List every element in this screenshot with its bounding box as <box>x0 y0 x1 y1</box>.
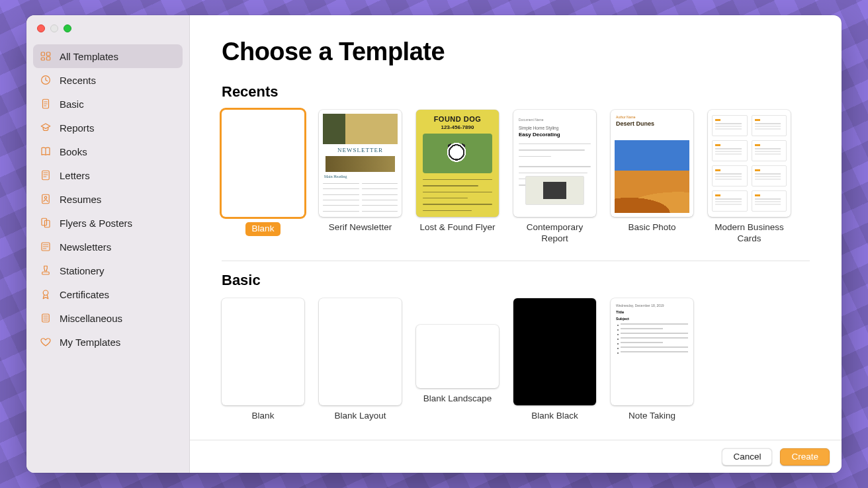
sidebar-item-label: Miscellaneous <box>60 313 122 324</box>
template-basic-photo[interactable]: Author NameDesert DunesBasic Photo <box>611 110 693 245</box>
template-blank[interactable]: Blank <box>222 110 304 245</box>
sidebar-item-my-templates[interactable]: My Templates <box>33 330 183 354</box>
template-label: Lost & Found Flyer <box>419 222 495 233</box>
svg-rect-9 <box>42 218 47 225</box>
sidebar-item-label: Recents <box>60 75 96 86</box>
template-contemporary-report[interactable]: Document NameSimple Home StylingEasy Dec… <box>513 110 596 245</box>
sidebar-item-label: Basic <box>60 99 84 110</box>
sidebar-item-all-templates[interactable]: All Templates <box>33 44 183 68</box>
template-label: Basic Photo <box>628 222 675 233</box>
template-blank-black[interactable]: Blank Black <box>513 298 596 422</box>
template-blank[interactable]: Blank <box>222 298 304 422</box>
content-scroll[interactable]: Choose a Template Recents BlankNEWSLETTE… <box>190 15 842 440</box>
template-blank-layout[interactable]: Blank Layout <box>319 298 402 422</box>
sidebar-item-stationery[interactable]: Stationery <box>33 259 183 282</box>
letter-icon <box>40 169 52 181</box>
svg-rect-2 <box>41 58 44 60</box>
sidebar-item-label: Stationery <box>60 265 105 276</box>
template-label: Blank Layout <box>334 411 386 422</box>
sidebar-item-label: Flyers & Posters <box>60 218 132 229</box>
template-label: Blank Black <box>531 411 578 422</box>
template-label: Blank Landscape <box>423 393 492 405</box>
svg-point-8 <box>44 196 46 198</box>
template-thumb: Author NameDesert Dunes <box>611 110 693 217</box>
sidebar-item-flyers-posters[interactable]: Flyers & Posters <box>33 211 183 235</box>
template-thumb <box>319 298 402 405</box>
template-label: Modern Business Cards <box>708 222 791 245</box>
news-icon <box>40 241 52 253</box>
cancel-button[interactable]: Cancel <box>722 448 772 466</box>
main-pane: Choose a Template Recents BlankNEWSLETTE… <box>190 15 842 473</box>
section-title-recents: Recents <box>222 83 810 101</box>
footer-bar: Cancel Create <box>190 440 842 473</box>
sidebar-item-label: All Templates <box>60 51 118 62</box>
template-grid-basic: BlankBlank LayoutBlank LandscapeBlank Bl… <box>222 298 810 434</box>
sidebar-item-books[interactable]: Books <box>33 140 183 163</box>
template-blank-landscape[interactable]: Blank Landscape <box>416 298 499 422</box>
template-thumb <box>708 110 791 217</box>
create-button[interactable]: Create <box>780 448 830 466</box>
svg-rect-6 <box>42 171 50 180</box>
sidebar-item-reports[interactable]: Reports <box>33 116 183 140</box>
template-thumb: NEWSLETTERMain Heading <box>319 110 402 217</box>
grid-icon <box>40 50 52 62</box>
sidebar-item-label: Reports <box>60 122 95 134</box>
ribbon-icon <box>40 288 52 300</box>
sidebar: All TemplatesRecentsBasicReportsBooksLet… <box>26 15 190 473</box>
template-lost-found-flyer[interactable]: FOUND DOG123-456-7890Lost & Found Flyer <box>416 110 499 245</box>
sidebar-item-recents[interactable]: Recents <box>33 68 183 92</box>
doc-icon <box>40 98 52 110</box>
section-divider <box>222 261 810 261</box>
template-thumb <box>416 325 499 388</box>
sidebar-item-label: Resumes <box>60 194 101 205</box>
book-icon <box>40 145 52 157</box>
stamp-icon <box>40 264 52 276</box>
sidebar-item-newsletters[interactable]: Newsletters <box>33 235 183 259</box>
sidebar-item-label: Newsletters <box>60 241 111 253</box>
sidebar-item-miscellaneous[interactable]: Miscellaneous <box>33 306 183 330</box>
template-chooser-window: All TemplatesRecentsBasicReportsBooksLet… <box>26 15 842 473</box>
grad-icon <box>40 122 52 134</box>
sidebar-item-label: Books <box>60 146 87 157</box>
template-label: Contemporary Report <box>513 222 596 245</box>
template-modern-business-cards[interactable]: Modern Business Cards <box>708 110 791 245</box>
close-window-button[interactable] <box>37 24 45 32</box>
template-label: Note Taking <box>629 411 675 422</box>
template-thumb: Document NameSimple Home StylingEasy Dec… <box>513 110 596 217</box>
page-title: Choose a Template <box>222 38 810 66</box>
template-thumb: FOUND DOG123-456-7890 <box>416 110 499 217</box>
template-serif-newsletter[interactable]: NEWSLETTERMain HeadingSerif Newsletter <box>319 110 402 245</box>
template-label: Blank <box>245 222 281 236</box>
sidebar-item-label: Letters <box>60 170 90 181</box>
sidebar-item-letters[interactable]: Letters <box>33 163 183 187</box>
svg-rect-1 <box>47 52 50 56</box>
misc-icon <box>40 312 52 324</box>
template-thumb <box>222 110 304 217</box>
template-label: Serif Newsletter <box>329 222 392 233</box>
svg-rect-10 <box>45 220 50 227</box>
sidebar-item-label: My Templates <box>60 337 120 348</box>
person-icon <box>40 193 52 205</box>
template-label: Blank <box>252 411 275 422</box>
sidebar-item-basic[interactable]: Basic <box>33 92 183 116</box>
svg-rect-12 <box>42 272 50 274</box>
template-grid-recents: BlankNEWSLETTERMain HeadingSerif Newslet… <box>222 110 810 257</box>
template-thumb: Wednesday, December 18, 2019TitleSubject <box>611 298 693 405</box>
template-note-taking[interactable]: Wednesday, December 18, 2019TitleSubject… <box>611 298 693 422</box>
section-title-basic: Basic <box>222 272 810 289</box>
sidebar-item-resumes[interactable]: Resumes <box>33 187 183 211</box>
minimize-window-button[interactable] <box>50 24 58 32</box>
heart-icon <box>40 336 52 348</box>
sidebar-item-certificates[interactable]: Certificates <box>33 282 183 306</box>
sidebar-nav: All TemplatesRecentsBasicReportsBooksLet… <box>33 44 183 354</box>
sidebar-item-label: Certificates <box>60 289 109 300</box>
zoom-window-button[interactable] <box>64 24 71 32</box>
svg-rect-3 <box>47 57 50 60</box>
flyer-icon <box>40 217 52 229</box>
clock-icon <box>40 74 52 86</box>
window-controls <box>33 22 183 44</box>
template-thumb <box>222 298 304 405</box>
svg-rect-0 <box>41 52 44 56</box>
template-thumb <box>513 298 596 405</box>
